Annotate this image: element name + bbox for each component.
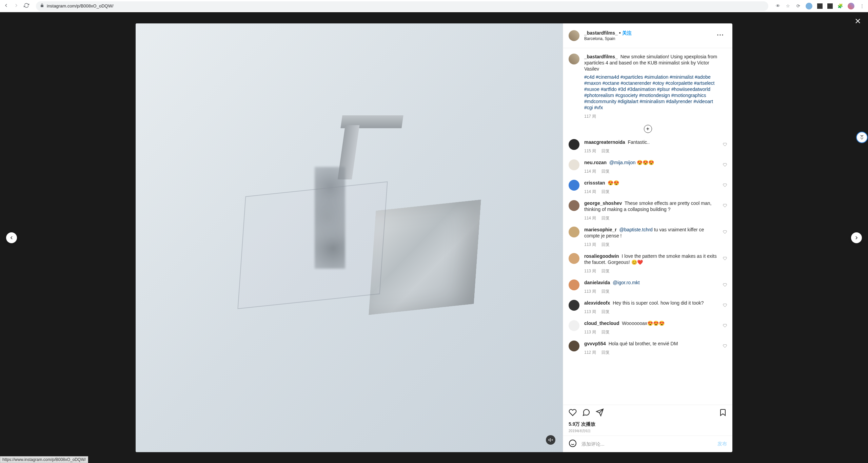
hashtag[interactable]: #simulation — [644, 74, 668, 80]
commenter-avatar[interactable] — [569, 320, 579, 331]
mention[interactable]: @baptiste.tchrd — [619, 227, 653, 232]
hashtag[interactable]: #octanerender — [620, 80, 651, 86]
hashtag[interactable]: #cinema4d — [596, 74, 619, 80]
comment-input[interactable] — [581, 441, 713, 447]
hashtag[interactable]: #mdcommunity — [584, 99, 616, 104]
hashtag[interactable]: #motiongraphics — [671, 93, 706, 98]
hashtag[interactable]: #mininalism — [639, 99, 665, 104]
emoji-button[interactable] — [569, 439, 577, 449]
ext-icon-1[interactable]: ⟳ — [795, 3, 801, 9]
like-comment-button[interactable] — [723, 343, 727, 349]
commenter-username[interactable]: crissstan — [584, 180, 605, 186]
reply-button[interactable]: 回复 — [601, 330, 610, 334]
reply-button[interactable]: 回复 — [601, 289, 610, 294]
author-avatar[interactable] — [569, 30, 579, 41]
commenter-username[interactable]: danielavida — [584, 280, 610, 285]
mention[interactable]: @igor.ro.mkt — [613, 280, 640, 285]
ext-icon-3[interactable] — [817, 3, 823, 9]
like-comment-button[interactable] — [723, 282, 727, 288]
reply-button[interactable]: 回复 — [601, 169, 610, 174]
hashtag[interactable]: #cgsociety — [615, 93, 638, 98]
mute-button[interactable] — [546, 435, 555, 445]
like-comment-button[interactable] — [723, 256, 727, 262]
author-avatar[interactable] — [569, 54, 579, 64]
back-button[interactable] — [3, 3, 9, 9]
extensions-icon[interactable]: 🧩 — [837, 3, 843, 9]
hashtag[interactable]: #motiondesign — [639, 93, 670, 98]
commenter-avatar[interactable] — [569, 279, 579, 290]
hashtag[interactable]: #adobe — [695, 74, 711, 80]
star-icon[interactable]: ☆ — [785, 3, 791, 9]
prev-post-button[interactable] — [6, 232, 17, 243]
save-button[interactable] — [719, 412, 727, 418]
hashtag[interactable]: #videoart — [693, 99, 713, 104]
comment-button[interactable] — [582, 408, 590, 418]
commenter-avatar[interactable] — [569, 341, 579, 351]
hashtag[interactable]: #otoy — [653, 80, 664, 86]
forward-button[interactable] — [14, 3, 19, 9]
share-button[interactable] — [596, 408, 604, 418]
mention[interactable]: @mija.mijon — [609, 160, 635, 165]
load-more-button[interactable]: + — [569, 125, 727, 133]
reply-button[interactable]: 回复 — [601, 216, 610, 220]
author-username[interactable]: _bastardfilms_ — [584, 30, 618, 36]
location-link[interactable]: Barcelona, Spain — [584, 36, 713, 41]
commenter-username[interactable]: gvvvp554 — [584, 341, 606, 346]
play-count[interactable]: 5.9万 次播放 — [569, 421, 727, 427]
commenter-avatar[interactable] — [569, 253, 579, 264]
hashtag[interactable]: #plsur — [657, 86, 670, 92]
commenter-avatar[interactable] — [569, 200, 579, 211]
hashtag[interactable]: #xuxoe — [584, 86, 599, 92]
commenter-avatar[interactable] — [569, 300, 579, 311]
commenter-username[interactable]: alexvideofx — [584, 300, 610, 306]
commenter-username[interactable]: cloud_thecloud — [584, 321, 619, 326]
profile-avatar[interactable] — [848, 3, 854, 9]
like-comment-button[interactable] — [723, 142, 727, 148]
reply-button[interactable]: 回复 — [601, 309, 610, 314]
commenter-username[interactable]: mariesophie_r — [584, 227, 617, 232]
commenter-avatar[interactable] — [569, 227, 579, 237]
like-comment-button[interactable] — [723, 162, 727, 168]
commenter-username[interactable]: maacgreaternoida — [584, 139, 625, 145]
hashtag[interactable]: #howiiseedatworld — [671, 86, 710, 92]
hashtag[interactable]: #minimalist — [670, 74, 693, 80]
like-comment-button[interactable] — [723, 203, 727, 209]
reply-button[interactable]: 回复 — [601, 149, 610, 153]
follow-button[interactable]: 关注 — [622, 30, 632, 36]
more-options-button[interactable] — [713, 28, 727, 43]
hashtag[interactable]: #xparticles — [620, 74, 643, 80]
commenter-username[interactable]: neu.rozan — [584, 160, 607, 165]
reply-button[interactable]: 回复 — [601, 189, 610, 194]
hashtag[interactable]: #cgi — [584, 105, 593, 110]
media-video[interactable] — [136, 23, 563, 452]
like-comment-button[interactable] — [723, 182, 727, 189]
commenter-avatar[interactable] — [569, 159, 579, 170]
hashtag[interactable]: #artfido — [601, 86, 617, 92]
hashtag[interactable]: #vfx — [594, 105, 603, 110]
hashtag[interactable]: #digitalart — [618, 99, 638, 104]
reply-button[interactable]: 回复 — [601, 350, 610, 355]
reply-button[interactable]: 回复 — [601, 242, 610, 247]
like-comment-button[interactable] — [723, 229, 727, 235]
commenter-avatar[interactable] — [569, 180, 579, 191]
address-bar[interactable]: instagram.com/p/B008xO_oDQW/ — [36, 1, 768, 11]
hashtag[interactable]: #3d — [618, 86, 626, 92]
like-comment-button[interactable] — [723, 303, 727, 309]
menu-icon[interactable]: ⋮ — [859, 3, 865, 9]
hashtag[interactable]: #artselect — [694, 80, 715, 86]
comments-list[interactable]: _bastardfilms_ New smoke simulation! Usi… — [563, 48, 732, 405]
hashtag[interactable]: #3danimation — [627, 86, 656, 92]
hashtag[interactable]: #c4d — [584, 74, 594, 80]
hashtag[interactable]: #dailyrender — [666, 99, 692, 104]
publish-button[interactable]: 发布 — [717, 441, 727, 447]
reply-button[interactable]: 回复 — [601, 269, 610, 273]
close-button[interactable] — [854, 17, 862, 26]
hashtag[interactable]: #colorpalette — [666, 80, 693, 86]
reload-button[interactable] — [24, 3, 29, 9]
ext-icon-4[interactable] — [827, 3, 833, 9]
like-button[interactable] — [569, 408, 577, 418]
like-comment-button[interactable] — [723, 323, 727, 329]
commenter-username[interactable]: rosaliegoodwin — [584, 253, 619, 259]
hashtag[interactable]: #octane — [603, 80, 619, 86]
commenter-username[interactable]: george_shoshev — [584, 200, 622, 206]
